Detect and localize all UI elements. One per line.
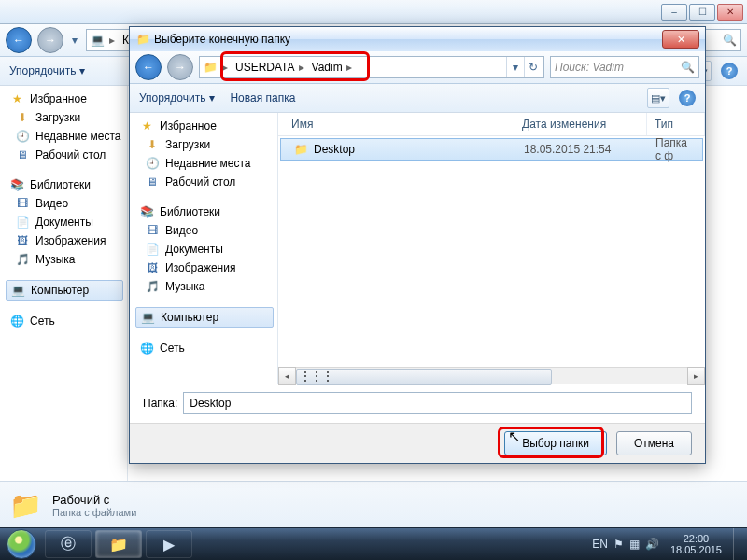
scroll-thumb[interactable]: ⋮⋮⋮: [296, 369, 552, 385]
sidebar-libraries[interactable]: 📚Библиотеки: [6, 175, 123, 194]
maximize-button[interactable]: ☐: [689, 4, 715, 21]
sidebar-favorites[interactable]: ★Избранное: [6, 90, 123, 108]
organize-menu[interactable]: Упорядочить▾: [139, 91, 215, 105]
tray-volume-icon[interactable]: 🔊: [645, 538, 659, 551]
library-icon: 📚: [139, 204, 154, 219]
dialog-search[interactable]: Поиск: Vadim 🔍: [550, 56, 699, 78]
music-icon: 🎵: [145, 279, 160, 294]
dialog-close-button[interactable]: ✕: [662, 30, 699, 49]
folder-picker-dialog: 📁 Выберите конечную папку ✕ ← → 📁 ▸ USER…: [129, 26, 706, 464]
sidebar-libraries[interactable]: 📚Библиотеки: [135, 203, 274, 221]
taskbar[interactable]: ⓔ 📁 ▶ EN ⚑ ▦ 🔊 22:00 18.05.2015: [0, 527, 747, 560]
dialog-forward-button[interactable]: →: [167, 54, 193, 80]
breadcrumb-seg[interactable]: USERDATA▸: [232, 57, 308, 77]
refresh-button[interactable]: ↻: [524, 57, 542, 77]
sidebar-network[interactable]: 🌐Сеть: [6, 312, 123, 330]
history-dropdown[interactable]: ▾: [69, 29, 80, 51]
start-button[interactable]: [0, 528, 43, 560]
sidebar-recent[interactable]: 🕘Недавние места: [6, 127, 123, 146]
download-icon: ⬇: [15, 110, 30, 125]
new-folder-button[interactable]: Новая папка: [230, 91, 295, 105]
back-button[interactable]: ←: [6, 27, 32, 53]
col-date[interactable]: Дата изменения: [514, 113, 647, 135]
windows-orb-icon: [7, 529, 36, 559]
folder-name-input[interactable]: [183, 392, 692, 414]
breadcrumb-dropdown[interactable]: ▾: [506, 57, 524, 77]
sidebar-music[interactable]: 🎵Музыка: [135, 277, 274, 296]
dialog-sidebar: ★Избранное ⬇Загрузки 🕘Недавние места 🖥Ра…: [130, 113, 278, 384]
sidebar-favorites[interactable]: ★Избранное: [135, 117, 274, 135]
col-name[interactable]: Имя: [284, 113, 514, 135]
sidebar-computer[interactable]: 💻Компьютер: [135, 307, 274, 328]
computer-icon: 💻: [10, 283, 25, 298]
star-icon: ★: [139, 119, 154, 133]
video-icon: 🎞: [15, 196, 30, 211]
image-icon: 🖼: [15, 233, 30, 248]
sidebar-recent[interactable]: 🕘Недавние места: [135, 154, 274, 173]
network-icon: 🌐: [9, 314, 24, 329]
desktop-icon: 🖥: [15, 147, 30, 162]
scroll-left[interactable]: ◂: [278, 367, 296, 385]
dialog-back-button[interactable]: ←: [135, 54, 162, 80]
clock-icon: 🕘: [15, 129, 30, 144]
sidebar-pictures[interactable]: 🖼Изображения: [6, 231, 123, 250]
library-icon: 📚: [9, 177, 24, 192]
folder-name-row: Папка:: [130, 384, 705, 423]
sidebar-documents[interactable]: 📄Документы: [135, 240, 274, 259]
dialog-file-list: Имя Дата изменения Тип 📁Desktop 18.05.20…: [278, 113, 705, 384]
horizontal-scrollbar[interactable]: ◂ ⋮⋮⋮ ▸: [278, 367, 705, 384]
help-button[interactable]: ?: [679, 90, 696, 106]
sidebar-downloads[interactable]: ⬇Загрузки: [135, 135, 274, 154]
col-type[interactable]: Тип: [647, 113, 705, 135]
taskbar-clock[interactable]: 22:00 18.05.2015: [665, 533, 727, 555]
help-button[interactable]: ?: [721, 63, 738, 79]
taskbar-wmp[interactable]: ▶: [146, 530, 192, 558]
sidebar-documents[interactable]: 📄Документы: [6, 213, 123, 231]
minimize-button[interactable]: –: [661, 4, 687, 21]
taskbar-ie[interactable]: ⓔ: [45, 530, 92, 558]
main-sidebar: ★Избранное ⬇Загрузки 🕘Недавние места 🖥Ра…: [0, 86, 128, 482]
details-subtitle: Папка с файлами: [52, 507, 136, 518]
tray-flag-icon[interactable]: ⚑: [613, 538, 624, 551]
sidebar-network[interactable]: 🌐Сеть: [135, 339, 274, 357]
document-icon: 📄: [145, 242, 160, 257]
show-desktop-button[interactable]: [733, 528, 743, 560]
forward-button[interactable]: →: [37, 27, 63, 53]
tray-network-icon[interactable]: ▦: [629, 538, 640, 551]
system-tray[interactable]: EN ⚑ ▦ 🔊 22:00 18.05.2015: [592, 528, 747, 560]
item-type: Папка с ф: [648, 136, 702, 162]
sidebar-videos[interactable]: 🎞Видео: [135, 221, 274, 240]
folder-icon: 📁: [202, 59, 218, 76]
folder-large-icon: 📁: [7, 487, 43, 523]
main-window-titlebar: – ☐ ✕: [0, 0, 747, 24]
breadcrumb-seg[interactable]: Vadim▸: [308, 57, 356, 77]
organize-menu[interactable]: Упорядочить▾: [9, 64, 85, 77]
dialog-breadcrumb[interactable]: 📁 ▸ USERDATA▸ Vadim▸ ▾↻: [199, 56, 544, 78]
sidebar-downloads[interactable]: ⬇Загрузки: [6, 108, 123, 127]
star-icon: ★: [9, 91, 24, 106]
sidebar-desktop[interactable]: 🖥Рабочий стол: [135, 173, 274, 191]
view-options[interactable]: ▤▾: [647, 88, 669, 108]
lang-indicator[interactable]: EN: [592, 538, 608, 551]
select-folder-button[interactable]: Выбор папки: [504, 431, 607, 455]
folder-icon: 📁: [294, 143, 308, 156]
cancel-button[interactable]: Отмена: [616, 431, 692, 455]
sidebar-desktop[interactable]: 🖥Рабочий стол: [6, 146, 123, 164]
column-headers[interactable]: Имя Дата изменения Тип: [278, 113, 705, 136]
scroll-right[interactable]: ▸: [687, 367, 705, 385]
dialog-titlebar[interactable]: 📁 Выберите конечную папку ✕: [130, 27, 705, 51]
network-icon: 🌐: [139, 341, 154, 356]
video-icon: 🎞: [145, 223, 160, 238]
list-item[interactable]: 📁Desktop 18.05.2015 21:54 Папка с ф: [280, 138, 703, 161]
clock-icon: 🕘: [145, 156, 160, 171]
details-pane: 📁 Рабочий с Папка с файлами: [0, 481, 747, 528]
sidebar-music[interactable]: 🎵Музыка: [6, 250, 123, 269]
taskbar-explorer[interactable]: 📁: [95, 530, 142, 558]
sidebar-computer[interactable]: 💻Компьютер: [6, 280, 123, 301]
dialog-title: Выберите конечную папку: [154, 33, 290, 46]
sidebar-pictures[interactable]: 🖼Изображения: [135, 259, 274, 277]
dialog-navbar: ← → 📁 ▸ USERDATA▸ Vadim▸ ▾↻ Поиск: Vadim…: [130, 51, 705, 84]
close-button[interactable]: ✕: [717, 4, 743, 21]
sidebar-videos[interactable]: 🎞Видео: [6, 194, 123, 213]
computer-icon: 💻: [89, 32, 106, 49]
